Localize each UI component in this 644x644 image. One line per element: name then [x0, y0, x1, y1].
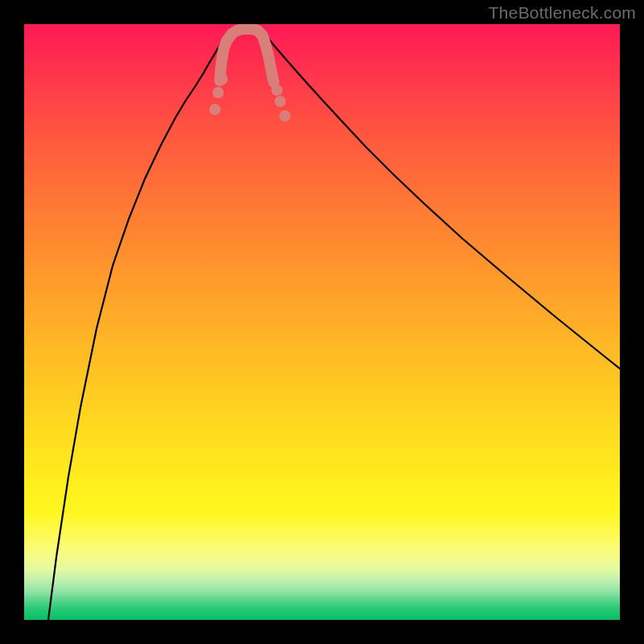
marker-dots-left — [209, 73, 228, 115]
curve-left — [48, 35, 225, 620]
marker-dot — [213, 87, 224, 98]
chart-svg — [24, 24, 620, 620]
curve-right — [266, 35, 620, 369]
marker-dot — [279, 110, 291, 122]
plot-area — [24, 24, 620, 620]
marker-dot — [275, 96, 286, 107]
watermark: TheBottleneck.com — [489, 3, 636, 23]
marker-dot — [271, 85, 283, 96]
marker-dot — [217, 73, 228, 85]
valley-marker — [220, 29, 274, 82]
marker-dots-right — [271, 85, 291, 122]
marker-dot — [209, 104, 221, 115]
chart-frame: TheBottleneck.com — [0, 0, 644, 644]
